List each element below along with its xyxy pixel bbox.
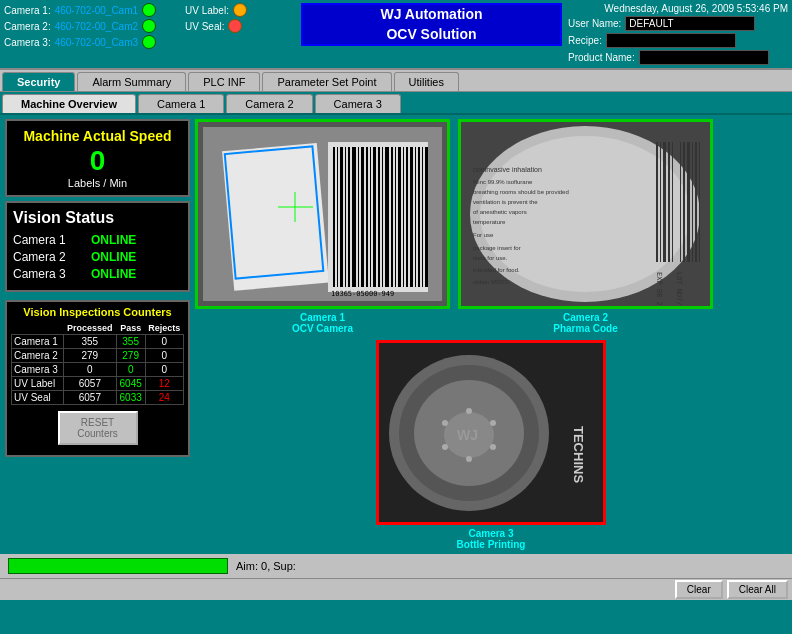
- svg-text:ventilation is prevent the: ventilation is prevent the: [473, 199, 538, 205]
- title-line1: WJ Automation: [380, 5, 482, 25]
- counter-label-2: Camera 3: [12, 363, 64, 377]
- svg-rect-19: [395, 147, 396, 287]
- tab-plc-inf[interactable]: PLC INF: [188, 72, 260, 91]
- svg-text:tions for use.: tions for use.: [473, 255, 508, 261]
- reset-button[interactable]: RESETCounters: [58, 411, 138, 445]
- svg-rect-5: [337, 147, 338, 287]
- svg-rect-25: [418, 147, 420, 287]
- col-header-label: [12, 322, 64, 335]
- tab-utilities[interactable]: Utilities: [394, 72, 459, 91]
- main-tab-bar: Security Alarm Summary PLC INF Parameter…: [0, 68, 792, 92]
- counter-label-1: Camera 2: [12, 349, 64, 363]
- uv-label-row: UV Label:: [185, 3, 295, 17]
- svg-point-69: [490, 444, 496, 450]
- svg-text:%inc 99.9% isoflurane: %inc 99.9% isoflurane: [473, 179, 533, 185]
- title-area: WJ Automation OCV Solution: [301, 3, 562, 46]
- svg-rect-10: [358, 147, 359, 287]
- sub-tab-camera1[interactable]: Camera 1: [138, 94, 224, 113]
- uv-seal-indicator: [228, 19, 242, 33]
- vision-status-title: Vision Status: [13, 209, 182, 227]
- username-label: User Name:: [568, 18, 621, 29]
- cam3-status-value: ONLINE: [91, 267, 136, 281]
- counter-processed-0: 355: [64, 335, 117, 349]
- datetime: Wednesday, August 26, 2009 5:53:46 PM: [568, 3, 788, 14]
- counter-processed-2: 0: [64, 363, 117, 377]
- camera2-indicator: [142, 19, 156, 33]
- svg-point-68: [490, 420, 496, 426]
- svg-point-66: [442, 420, 448, 426]
- camera3-block: WJ TECHINS Camera 3 Bottle Printing: [376, 340, 606, 550]
- svg-rect-4: [333, 147, 335, 287]
- svg-rect-8: [348, 147, 350, 287]
- sub-tab-bar: Machine Overview Camera 1 Camera 2 Camer…: [0, 92, 792, 115]
- uv-seal-text: UV Seal:: [185, 21, 224, 32]
- camera1-frame: 10365-05000-949: [195, 119, 450, 309]
- sub-tab-machine-overview[interactable]: Machine Overview: [2, 94, 136, 113]
- svg-rect-56: [695, 142, 697, 262]
- col-header-rejects: Rejects: [145, 322, 183, 335]
- progress-bar: [8, 558, 228, 574]
- right-info: Wednesday, August 26, 2009 5:53:46 PM Us…: [568, 3, 788, 65]
- top-cameras-row: 10365-05000-949 Camera 1 OCV Camera: [195, 119, 787, 334]
- camera3-frame: WJ TECHINS: [376, 340, 606, 525]
- svg-rect-2: [222, 143, 329, 291]
- tab-parameter-set-point[interactable]: Parameter Set Point: [262, 72, 391, 91]
- speed-box: Machine Actual Speed 0 Labels / Min: [5, 119, 190, 197]
- counter-processed-1: 279: [64, 349, 117, 363]
- svg-rect-14: [373, 147, 376, 287]
- svg-rect-7: [345, 147, 346, 287]
- product-row: Product Name:: [568, 50, 788, 65]
- camera-labels: Camera 1: 460-702-00_Cam1 Camera 2: 460-…: [4, 3, 179, 49]
- svg-rect-6: [340, 147, 343, 287]
- counter-label-4: UV Seal: [12, 391, 64, 405]
- col-header-processed: Processed: [64, 322, 117, 335]
- svg-text:of anesthetic vapors: of anesthetic vapors: [473, 209, 527, 215]
- action-bar: Clear Clear All: [0, 578, 792, 600]
- camera3-svg: WJ TECHINS: [379, 343, 603, 522]
- camera1-indicator: [142, 3, 156, 17]
- svg-text:temperature: temperature: [473, 219, 506, 225]
- camera1-row: Camera 1: 460-702-00_Cam1: [4, 3, 179, 17]
- cam2-status-label: Camera 2: [13, 250, 83, 264]
- username-value: DEFAULT: [625, 16, 755, 31]
- svg-rect-15: [378, 147, 380, 287]
- tab-alarm-summary[interactable]: Alarm Summary: [77, 72, 186, 91]
- clear-button[interactable]: Clear: [675, 580, 723, 599]
- counter-rejects-0: 0: [145, 335, 183, 349]
- speed-value: 0: [13, 145, 182, 177]
- camera3-row: Camera 3: 460-702-00_Cam3: [4, 35, 179, 49]
- svg-rect-24: [415, 147, 416, 287]
- cam3-status-row: Camera 3 ONLINE: [13, 267, 182, 281]
- camera2-caption: Camera 2 Pharma Code: [553, 312, 617, 334]
- counter-pass-3: 6045: [116, 377, 145, 391]
- svg-rect-53: [683, 142, 685, 262]
- svg-text:WJ: WJ: [457, 427, 478, 443]
- sub-tab-camera3[interactable]: Camera 3: [315, 94, 401, 113]
- svg-rect-17: [385, 147, 389, 287]
- sub-tab-camera2[interactable]: Camera 2: [226, 94, 312, 113]
- camera1-svg: 10365-05000-949: [198, 122, 447, 306]
- svg-rect-11: [361, 147, 364, 287]
- svg-rect-23: [410, 147, 413, 287]
- cam3-status-label: Camera 3: [13, 267, 83, 281]
- svg-text:breathing rooms should be prov: breathing rooms should be provided: [473, 189, 569, 195]
- title-line2: OCV Solution: [380, 25, 482, 45]
- speed-title: Machine Actual Speed: [13, 127, 182, 145]
- tab-security[interactable]: Security: [2, 72, 75, 91]
- svg-text:EXP 08 2012: EXP 08 2012: [655, 272, 663, 306]
- right-panel: 10365-05000-949 Camera 1 OCV Camera: [195, 119, 787, 550]
- aim-label: Aim: 0, Sup:: [236, 560, 784, 572]
- uv-label-text: UV Label:: [185, 5, 229, 16]
- cam2-status-row: Camera 2 ONLINE: [13, 250, 182, 264]
- clear-all-button[interactable]: Clear All: [727, 580, 788, 599]
- svg-text:noninvasive inhalation: noninvasive inhalation: [473, 166, 542, 173]
- camera2-row: Camera 2: 460-702-00_Cam2: [4, 19, 179, 33]
- camera2-label: Camera 2:: [4, 21, 51, 32]
- counter-processed-4: 6057: [64, 391, 117, 405]
- counter-pass-1: 279: [116, 349, 145, 363]
- product-value: [639, 50, 769, 65]
- product-label: Product Name:: [568, 52, 635, 63]
- cam1-status-row: Camera 1 ONLINE: [13, 233, 182, 247]
- counters-title: Vision Inspections Counters: [11, 306, 184, 318]
- recipe-row: Recipe:: [568, 33, 788, 48]
